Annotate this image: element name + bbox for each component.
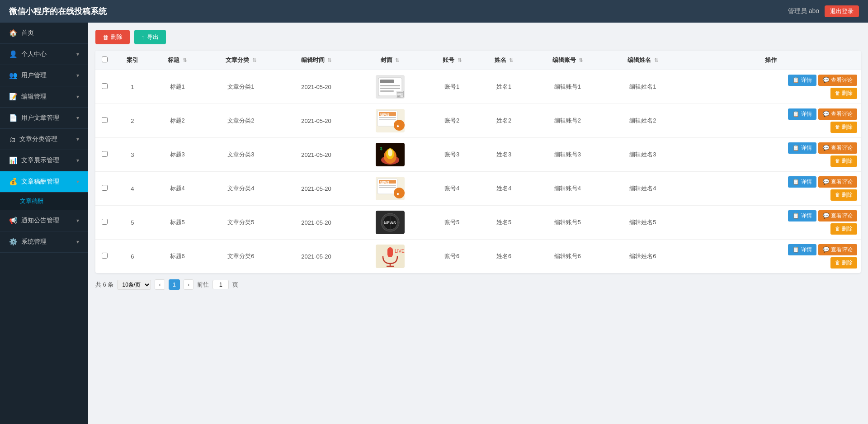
- col-editor-account[interactable]: 编辑账号 ⇅: [530, 51, 605, 70]
- trash-icon: 🗑: [103, 34, 108, 41]
- col-category[interactable]: 文章分类 ⇅: [203, 51, 279, 70]
- detail-button-4[interactable]: 📋 详情: [788, 210, 816, 221]
- row-checkbox-4[interactable]: [102, 219, 108, 225]
- users-icon: 👥: [9, 71, 18, 80]
- svg-point-19: [388, 149, 392, 156]
- sidebar-item-user-article[interactable]: 📄 用户文章管理 ▾: [0, 108, 88, 129]
- page-size-select[interactable]: 10条/页 20条/页 50条/页: [117, 280, 151, 290]
- cell-index-3: 4: [113, 172, 151, 206]
- detail-button-3[interactable]: 📋 详情: [788, 176, 816, 188]
- chevron-down-icon: ▾: [76, 136, 79, 142]
- delete-button-1[interactable]: 🗑 删除: [830, 122, 857, 133]
- export-button[interactable]: ↑ 导出: [134, 30, 166, 44]
- table-row: 3 标题3 文章分类3 2021-05-20 💲 账号3 姓名3 编辑账号3 编…: [95, 138, 861, 172]
- cell-editor-name-1: 编辑姓名2: [605, 104, 681, 138]
- delete-button-2[interactable]: 🗑 删除: [830, 155, 857, 167]
- table-row: 5 标题5 文章分类5 2021-05-20 NEWS 账号5 姓名5 编辑账号…: [95, 206, 861, 240]
- row-checkbox-1[interactable]: [102, 117, 108, 123]
- sidebar-item-editor-mgmt[interactable]: 📝 编辑管理 ▾: [0, 86, 88, 108]
- person-icon: 👤: [9, 50, 18, 58]
- delete-button-5[interactable]: 🗑 删除: [830, 257, 857, 269]
- cell-name-2: 姓名3: [478, 138, 530, 172]
- svg-rect-12: [379, 119, 396, 120]
- col-name[interactable]: 姓名 ⇅: [478, 51, 530, 70]
- row-checkbox-3[interactable]: [102, 185, 108, 191]
- comment-button-3[interactable]: 💬 查看评论: [818, 176, 857, 188]
- sidebar-item-article-category[interactable]: 🗂 文章分类管理 ▾: [0, 129, 88, 150]
- delete-button-4[interactable]: 🗑 删除: [830, 223, 857, 235]
- svg-rect-2: [380, 80, 394, 83]
- row-checkbox-0[interactable]: [102, 83, 108, 89]
- chevron-down-icon: ▾: [76, 239, 79, 245]
- sort-icon-editor-account: ⇅: [579, 57, 583, 63]
- comment-button-4[interactable]: 💬 查看评论: [818, 210, 857, 221]
- cell-action-2: 📋 详情 💬 查看评论 🗑 删除: [680, 138, 861, 172]
- comment-button-0[interactable]: 💬 查看评论: [818, 75, 857, 86]
- detail-button-2[interactable]: 📋 详情: [788, 142, 816, 154]
- sidebar-label-article-category: 文章分类管理: [19, 135, 57, 143]
- header-right: 管理员 abo 退出登录: [788, 5, 859, 17]
- cell-category-0: 文章分类1: [203, 70, 279, 104]
- svg-text:●: ●: [396, 123, 399, 128]
- col-edit-time[interactable]: 编辑时间 ⇅: [278, 51, 354, 70]
- sidebar-item-system[interactable]: ⚙️ 系统管理 ▾: [0, 231, 88, 253]
- toolbar: 🗑 删除 ↑ 导出: [95, 30, 861, 44]
- page-1-button[interactable]: 1: [169, 279, 180, 290]
- sort-icon-editor-name: ⇅: [654, 57, 658, 63]
- col-editor-name[interactable]: 编辑姓名 ⇅: [605, 51, 681, 70]
- delete-button-0[interactable]: 🗑 删除: [830, 88, 857, 99]
- delete-button-3[interactable]: 🗑 删除: [830, 189, 857, 201]
- cell-category-2: 文章分类3: [203, 138, 279, 172]
- cell-edit-time-3: 2021-05-20: [278, 172, 354, 206]
- cell-index-4: 5: [113, 206, 151, 240]
- cell-cover-3: NEWS ●: [354, 172, 426, 206]
- cell-title-5: 标题6: [151, 240, 203, 273]
- cell-edit-time-4: 2021-05-20: [278, 206, 354, 240]
- edit-icon: 📝: [9, 93, 18, 101]
- chevron-down-icon: ▾: [76, 94, 79, 100]
- total-count: 共 6 条: [95, 281, 113, 289]
- sidebar-label-notice: 通知公告管理: [21, 217, 59, 225]
- sidebar-item-article-display[interactable]: 📊 文章展示管理 ▾: [0, 150, 88, 171]
- sidebar: 🏠 首页 👤 个人中心 ▾ 👥 用户管理 ▾ 📝 编辑管理 ▾: [0, 23, 88, 424]
- svg-text:📰: 📰: [396, 90, 405, 99]
- cell-title-1: 标题2: [151, 104, 203, 138]
- detail-button-1[interactable]: 📋 详情: [788, 108, 816, 120]
- next-page-button[interactable]: ›: [184, 279, 193, 290]
- col-title[interactable]: 标题 ⇅: [151, 51, 203, 70]
- comment-button-5[interactable]: 💬 查看评论: [818, 244, 857, 255]
- sort-icon-account: ⇅: [458, 57, 462, 63]
- col-cover[interactable]: 封面 ⇅: [354, 51, 426, 70]
- sort-icon-name: ⇅: [509, 57, 513, 63]
- cell-select-2: [95, 138, 113, 172]
- sidebar-item-article-reward[interactable]: 💰 文章稿酬管理 ▾: [0, 171, 88, 193]
- cell-edit-time-1: 2021-05-20: [278, 104, 354, 138]
- sort-icon-cover: ⇅: [395, 57, 399, 63]
- cell-select-3: [95, 172, 113, 206]
- row-checkbox-5[interactable]: [102, 253, 108, 259]
- comment-button-1[interactable]: 💬 查看评论: [818, 108, 857, 120]
- select-all-checkbox[interactable]: [102, 57, 108, 62]
- svg-rect-11: [379, 117, 396, 118]
- prev-page-button[interactable]: ‹: [155, 279, 165, 290]
- cell-name-1: 姓名2: [478, 104, 530, 138]
- sidebar-label-article-reward: 文章稿酬管理: [21, 178, 59, 186]
- svg-rect-4: [380, 88, 400, 89]
- sidebar-item-home[interactable]: 🏠 首页: [0, 23, 88, 44]
- detail-button-0[interactable]: 📋 详情: [788, 75, 816, 86]
- detail-button-5[interactable]: 📋 详情: [788, 244, 816, 255]
- sidebar-item-notice[interactable]: 📢 通知公告管理 ▾: [0, 210, 88, 231]
- pagination: 共 6 条 10条/页 20条/页 50条/页 ‹ 1 › 前往 页: [95, 279, 861, 290]
- batch-delete-button[interactable]: 🗑 删除: [95, 30, 130, 44]
- sidebar-item-profile[interactable]: 👤 个人中心 ▾: [0, 44, 88, 65]
- sidebar-sub-item-article-reward[interactable]: 文章稿酬: [0, 193, 88, 210]
- row-checkbox-2[interactable]: [102, 151, 108, 157]
- cell-account-4: 账号5: [426, 206, 478, 240]
- comment-button-2[interactable]: 💬 查看评论: [818, 142, 857, 154]
- sidebar-item-user-mgmt[interactable]: 👥 用户管理 ▾: [0, 65, 88, 86]
- logout-button[interactable]: 退出登录: [825, 5, 859, 17]
- cell-editor-name-3: 编辑姓名4: [605, 172, 681, 206]
- export-icon: ↑: [142, 34, 145, 41]
- goto-page-input[interactable]: [212, 280, 229, 289]
- col-account[interactable]: 账号 ⇅: [426, 51, 478, 70]
